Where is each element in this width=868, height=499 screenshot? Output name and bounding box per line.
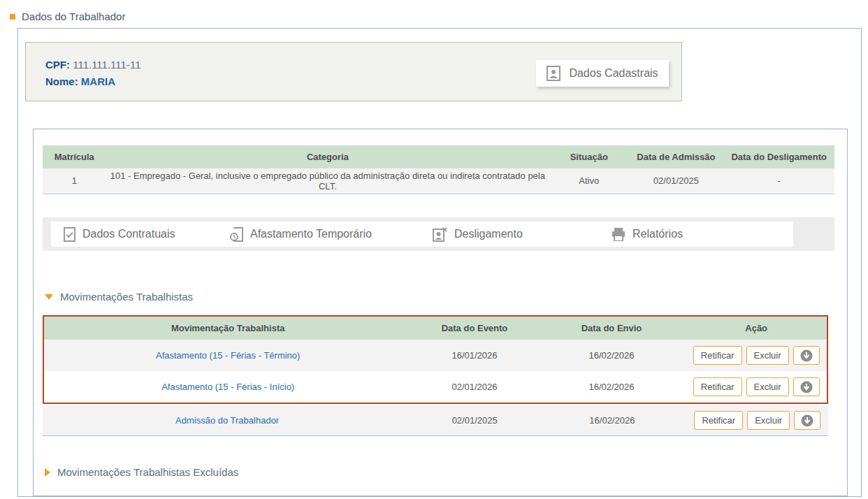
movements-section-toggle[interactable]: Movimentações Trabalhistas (45, 291, 193, 303)
name-value: MARIA (81, 75, 115, 87)
movement-row: Afastamento (15 - Férias - Término) 16/0… (44, 340, 827, 371)
registration-table: Matrícula Categoria Situação Data de Adm… (43, 145, 834, 194)
excluded-movements-section-toggle[interactable]: Movimentações Trabalhistas Excluídas (45, 466, 238, 478)
printer-icon (612, 228, 625, 241)
download-xml-button[interactable] (794, 411, 820, 430)
cpf-label: CPF: (45, 59, 70, 71)
excluded-movements-section-title: Movimentações Trabalhistas Excluídas (57, 466, 238, 478)
relatorios-label: Relatórios (632, 228, 683, 240)
send-date: 16/02/2026 (537, 350, 686, 361)
cell-admissao: 02/01/2025 (628, 168, 723, 194)
document-history-icon (230, 227, 243, 242)
header-data-evento: Data do Evento (412, 323, 537, 333)
movement-row: Afastamento (15 - Férias - Início) 02/01… (44, 371, 827, 403)
dados-cadastrais-label: Dados Cadastrais (569, 67, 658, 80)
header-admissao: Data de Admissão (628, 145, 723, 168)
chevron-down-icon (45, 294, 53, 300)
relatorios-button[interactable]: Relatórios (612, 222, 683, 247)
movements-section-title: Movimentações Trabalhistas (60, 291, 193, 303)
afastamento-temporario-button[interactable]: Afastamento Temporário (230, 222, 372, 247)
registration-row: 1 101 - Empregado - Geral, inclusive o e… (43, 168, 834, 194)
retificar-button[interactable]: Retificar (694, 411, 743, 430)
highlighted-movements-box: Movimentação Trabalhista Data do Evento … (43, 315, 828, 404)
cell-situacao: Ativo (549, 168, 628, 194)
actions-bar: Dados Contratuais Afastamento Temporário (43, 217, 834, 251)
retificar-button[interactable]: Retificar (693, 377, 742, 396)
contracts-panel: Matrícula Categoria Situação Data de Adm… (33, 129, 848, 496)
person-remove-icon (433, 227, 447, 242)
dados-cadastrais-button[interactable]: Dados Cadastrais (536, 60, 669, 87)
event-date: 02/01/2025 (412, 415, 537, 426)
movements-header-row: Movimentação Trabalhista Data do Evento … (44, 317, 827, 340)
name-row: Nome: MARIA (45, 75, 115, 87)
afastamento-temporario-label: Afastamento Temporário (250, 228, 372, 240)
movement-link[interactable]: Afastamento (15 - Férias - Início) (161, 382, 294, 392)
worker-summary-card: CPF: 111.111.111-11 Nome: MARIA Dados Ca… (25, 42, 682, 101)
dados-contratuais-label: Dados Contratuais (82, 228, 175, 240)
send-date: 16/02/2026 (537, 382, 686, 392)
contact-card-icon (547, 66, 560, 81)
send-date: 16/02/2026 (537, 415, 687, 426)
page-title-text: Dados do Trabalhador (22, 10, 125, 22)
square-bullet-icon (10, 14, 15, 20)
worker-panel: CPF: 111.111.111-11 Nome: MARIA Dados Ca… (17, 28, 862, 497)
dados-contratuais-button[interactable]: Dados Contratuais (64, 222, 175, 247)
header-matricula: Matrícula (43, 145, 106, 168)
movement-row: Admissão do Trabalhador 02/01/2025 16/02… (43, 405, 828, 436)
download-xml-button[interactable] (793, 377, 820, 396)
header-movimentacao: Movimentação Trabalhista (44, 323, 412, 333)
document-check-icon (64, 227, 75, 242)
event-date: 02/01/2026 (412, 382, 537, 392)
cell-categoria: 101 - Empregado - Geral, inclusive o emp… (106, 168, 549, 194)
header-categoria: Categoria (106, 145, 549, 168)
circle-down-arrow-icon (800, 349, 813, 362)
page-title: Dados do Trabalhador (10, 10, 125, 22)
desligamento-label: Desligamento (454, 228, 523, 240)
excluir-button[interactable]: Excluir (746, 377, 789, 396)
excluir-button[interactable]: Excluir (747, 411, 790, 430)
desligamento-button[interactable]: Desligamento (433, 222, 523, 247)
movement-link[interactable]: Afastamento (15 - Férias - Término) (156, 350, 300, 361)
download-xml-button[interactable] (793, 346, 820, 365)
circle-down-arrow-icon (800, 381, 813, 393)
circle-down-arrow-icon (801, 414, 813, 427)
cpf-value: 111.111.111-11 (73, 59, 140, 71)
header-acao: Ação (686, 323, 827, 333)
actions-strip: Dados Contratuais Afastamento Temporário (51, 222, 793, 247)
excluir-button[interactable]: Excluir (746, 346, 789, 365)
header-situacao: Situação (549, 145, 628, 168)
event-date: 16/01/2026 (412, 350, 537, 361)
registration-header-row: Matrícula Categoria Situação Data de Adm… (43, 145, 834, 168)
cell-matricula: 1 (43, 168, 106, 194)
cpf-row: CPF: 111.111.111-11 (45, 59, 140, 71)
chevron-right-icon (45, 468, 50, 477)
header-desligamento: Data do Desligamento (723, 145, 834, 168)
cell-desligamento: - (723, 168, 834, 194)
header-data-envio: Data do Envio (537, 323, 686, 333)
movement-link[interactable]: Admissão do Trabalhador (175, 415, 279, 426)
retificar-button[interactable]: Retificar (693, 346, 742, 365)
name-label: Nome: (45, 75, 78, 87)
